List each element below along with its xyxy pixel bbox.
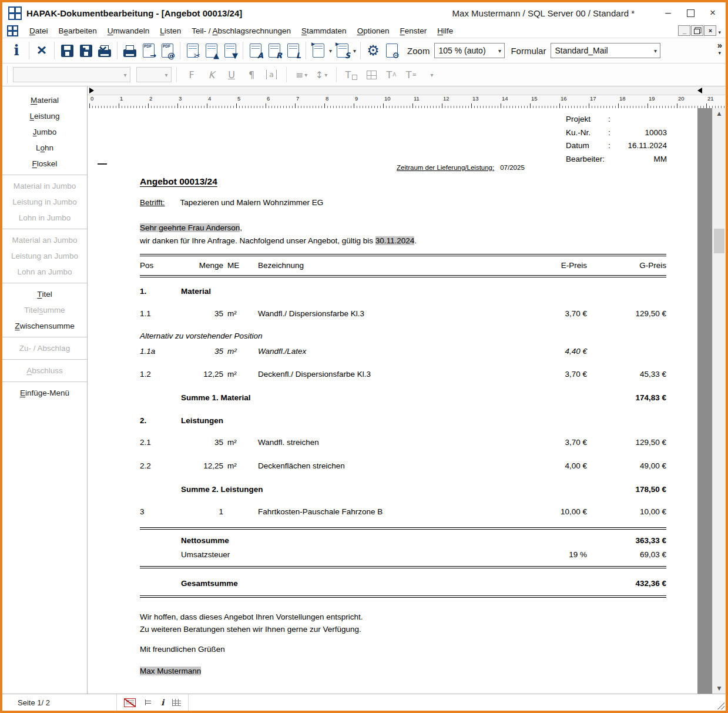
mdi-minimize-button[interactable]: _ <box>678 25 690 36</box>
pdf-email-button[interactable]: PDF @ <box>158 41 177 60</box>
insert-s-dropdown[interactable]: ▾ <box>353 48 356 54</box>
tax-row: Umsatzsteuer 19 % 69,03 € <box>140 549 666 561</box>
menu-umwandeln[interactable]: Umwandeln <box>102 25 155 36</box>
sidebar-item-titelsumme: Titelsumme <box>2 302 87 318</box>
mdi-more-icon[interactable]: ▾ <box>718 29 721 35</box>
text-r-button[interactable]: R <box>265 41 284 60</box>
menu-stammdaten[interactable]: Stammdaten <box>296 25 352 36</box>
sidebar-item-jumbo[interactable]: Jumbo <box>2 124 87 140</box>
maximize-button[interactable] <box>686 8 695 18</box>
menu-listen[interactable]: Listen <box>155 25 186 36</box>
page-title: Angebot 00013/24 <box>140 176 217 187</box>
table-row: 1.2 12,25 m² Deckenfl./ Dispersionsfarbe… <box>140 369 666 380</box>
italic-button: K <box>202 66 222 83</box>
sidebar-item-zwischensumme[interactable]: Zwischensumme <box>2 318 87 334</box>
info-icon[interactable]: i <box>161 698 164 707</box>
menu-datei[interactable]: Datei <box>24 25 53 36</box>
insert-position-dropdown[interactable]: ▾ <box>329 48 332 54</box>
menu-abschlagsrechnungen[interactable]: Teil- / Abschlagsrechnungen <box>186 25 296 36</box>
menu-bearbeiten[interactable]: Bearbeiten <box>53 25 102 36</box>
menu-optionen[interactable]: Optionen <box>352 25 395 36</box>
scroll-down-icon[interactable]: ▼ <box>713 683 726 694</box>
mdi-close-button[interactable]: × <box>704 25 716 36</box>
scrollbar-thumb[interactable] <box>714 229 724 253</box>
text-l-button[interactable]: L <box>284 41 303 60</box>
save-icon <box>61 45 73 57</box>
format-toolbar: ▾ ▾ F K U ¶ a ≡▾ ↕▾ T TA T≡ ▾ <box>2 63 726 86</box>
menu-hilfe[interactable]: Hilfe <box>432 25 458 36</box>
resize-grip[interactable] <box>716 701 724 709</box>
insert-sidebar: Material Leistung Jumbo Lohn Floskel Mat… <box>2 86 88 694</box>
outline-icon[interactable] <box>144 699 153 707</box>
pdf-export-icon: PDF → <box>143 43 155 58</box>
sidebar-item-einfuege-menue[interactable]: Einfüge-Menü <box>2 385 87 401</box>
placeholder-button: a <box>261 66 281 83</box>
sidebar-item-leistung-in-jumbo: Leistung in Jumbo <box>2 194 87 210</box>
signature-field[interactable]: Max Mustermann <box>140 667 201 675</box>
sidebar-item-titel[interactable]: Titel <box>2 286 87 302</box>
info-button[interactable]: i <box>7 41 26 60</box>
statusbar-icons: i <box>117 694 189 711</box>
vertical-scrollbar[interactable]: ▲ ▼ <box>712 108 726 694</box>
save-as-button[interactable] <box>76 41 95 60</box>
formular-select[interactable]: Standard_Mail ▾ <box>551 43 660 58</box>
sidebar-item-leistung[interactable]: Leistung <box>2 108 87 124</box>
print-button[interactable] <box>120 41 139 60</box>
restore-icon <box>694 29 700 34</box>
app-window: HAPAK-Dokumentbearbeitung - [Angebot 000… <box>2 2 726 711</box>
salutation-field[interactable]: Sehr geehrte Frau Anderson <box>140 223 240 232</box>
info-row-projekt: Projekt : <box>566 113 667 126</box>
sidebar-item-lohn[interactable]: Lohn <box>2 140 87 156</box>
move-up-icon: ▲ <box>206 43 217 58</box>
scroll-up-icon[interactable]: ▲ <box>713 108 726 119</box>
zoom-select[interactable]: 105 % (auto) ▾ <box>434 43 505 58</box>
cancel-print-button[interactable]: × <box>95 41 114 60</box>
formular-value: Standard_Mail <box>551 46 650 55</box>
info-icon: i <box>14 43 19 58</box>
table-row: Summe 2. Leistungen 178,50 € <box>140 484 666 496</box>
indent-marker-left-icon[interactable] <box>89 88 94 93</box>
document-settings-button[interactable]: ⚙ <box>383 41 401 60</box>
pdf-export-button[interactable]: PDF → <box>139 41 158 60</box>
move-down-button[interactable]: ▼ <box>221 41 240 60</box>
save-as-icon <box>80 45 92 57</box>
mdi-restore-button[interactable] <box>691 25 703 36</box>
save-button[interactable] <box>58 41 76 60</box>
ruler-scale: 0123456789101112131415161718192021 <box>88 95 726 109</box>
formular-label: Formular <box>511 46 546 56</box>
page-indicator: Seite 1/ 2 <box>2 694 117 711</box>
table-row: 2. Leistungen <box>140 415 666 427</box>
insert-position-button[interactable]: ► <box>309 41 328 60</box>
close-document-button[interactable]: × <box>32 41 51 60</box>
settings-button[interactable]: ⚙ <box>364 41 383 60</box>
valid-until-field[interactable]: 30.11.2024 <box>375 236 415 245</box>
text-a-button[interactable]: A <box>246 41 265 60</box>
cut-position-icon: ✂ <box>187 43 199 58</box>
text-format-button: T≡ <box>401 66 421 83</box>
underline-button: U <box>222 66 241 83</box>
indent-marker-right-icon[interactable] <box>697 88 702 93</box>
intro-line: wir danken für Ihre Anfrage. Nachfolgend… <box>140 236 417 245</box>
zoom-dropdown-icon: ▾ <box>495 43 504 58</box>
document-page[interactable]: Projekt : Ku.-Nr. : 10003 Datum : 1 <box>93 108 697 694</box>
menu-fenster[interactable]: Fenster <box>394 25 432 36</box>
insert-s-icon: ► S <box>337 43 348 58</box>
close-button[interactable]: × <box>708 8 717 18</box>
table-row: 1. Material <box>140 286 666 297</box>
table-button <box>361 66 381 83</box>
print-disabled-icon[interactable] <box>124 698 136 707</box>
cut-position-button[interactable]: ✂ <box>183 41 202 60</box>
zoom-value: 105 % (auto) <box>435 46 495 55</box>
statusbar: Seite 1/ 2 i <box>2 694 726 711</box>
toolbar-overflow-button[interactable]: » ▾ <box>717 41 722 56</box>
sidebar-item-floskel[interactable]: Floskel <box>2 156 87 172</box>
minimize-button[interactable]: – <box>663 8 673 18</box>
insert-s-button[interactable]: ► S <box>333 41 352 60</box>
sidebar-item-material[interactable]: Material <box>2 92 87 108</box>
move-up-button[interactable]: ▲ <box>202 41 221 60</box>
table-rule <box>140 566 666 568</box>
info-row-bearbeiter: Bearbeiter: MM <box>566 153 667 166</box>
sidebar-item-leistung-an-jumbo: Leistung an Jumbo <box>2 248 87 264</box>
salutation-line: Sehr geehrte Frau Anderson, <box>140 223 242 232</box>
grid-icon[interactable] <box>172 699 181 706</box>
